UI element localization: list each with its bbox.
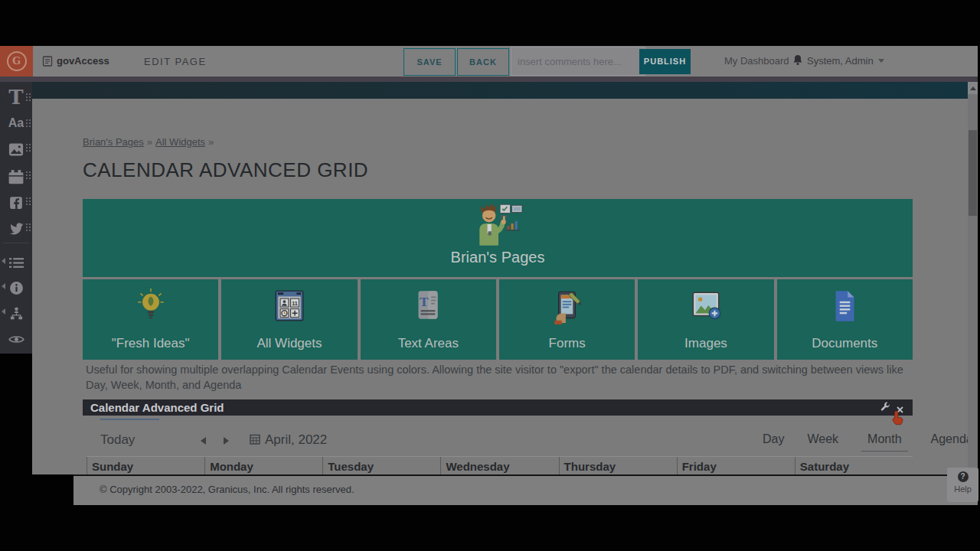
widget-settings-button[interactable] (880, 402, 890, 416)
site-top-band (32, 82, 968, 99)
tile-label: Text Areas (398, 336, 459, 351)
caret-down-icon (878, 59, 884, 63)
view-agenda[interactable]: Agenda (931, 432, 968, 452)
tile-label: Documents (812, 336, 877, 351)
granicus-seal-icon: G (7, 51, 27, 71)
widget-description: Useful for showing multiple overlapping … (86, 363, 903, 393)
list-icon (9, 257, 24, 269)
user-name: System, Admin (807, 55, 874, 67)
day-header-tuesday: Tuesday (322, 457, 440, 474)
widgets-icon: 11 (270, 286, 309, 326)
edit-page-label: EDIT PAGE (144, 56, 207, 67)
drag-handle[interactable] (25, 223, 31, 231)
page-icon (42, 56, 53, 67)
font-icon: Aa (8, 116, 24, 130)
question-mark-icon: ? (958, 471, 969, 482)
notifications-button[interactable] (792, 54, 803, 69)
publish-button[interactable]: PUBLISH (639, 49, 691, 74)
scrollbar-thumb[interactable] (969, 130, 977, 216)
tile-fresh-ideas[interactable]: "Fresh Ideas" (83, 279, 218, 360)
bell-icon (792, 54, 803, 66)
hero-banner: Brian's Pages (83, 199, 913, 277)
widget-sidebar: T Aa (0, 82, 32, 354)
help-button[interactable]: ? Help (947, 468, 978, 502)
tile-text-areas[interactable]: T Text Areas (361, 279, 496, 360)
toolbar-divider (0, 77, 978, 82)
breadcrumb-link-brians-pages[interactable]: Brian's Pages (83, 136, 144, 148)
breadcrumb-separator: » (208, 136, 214, 148)
today-button[interactable]: Today (100, 432, 135, 448)
pointing-hand-cursor (892, 410, 904, 429)
copyright-text: © Copyright 2003-2022, Granicus, Inc. Al… (100, 484, 354, 495)
svg-text:T: T (420, 295, 429, 309)
widget-header-title: Calendar Advanced Grid (90, 399, 224, 416)
drag-handle[interactable] (25, 171, 31, 179)
calendar-grid-icon (250, 434, 260, 448)
day-header-thursday: Thursday (559, 457, 677, 474)
twitter-icon (9, 223, 24, 235)
info-icon (9, 281, 24, 295)
tile-documents[interactable]: Documents (777, 279, 913, 360)
save-button[interactable]: SAVE (403, 48, 456, 76)
user-menu[interactable]: System, Admin (807, 55, 884, 67)
scrollbar-up-button[interactable] (968, 82, 978, 94)
view-week[interactable]: Week (807, 432, 838, 452)
drag-handle[interactable] (25, 119, 31, 127)
granicus-logo[interactable]: G (0, 46, 33, 77)
view-switcher: Day Week Month Agenda (763, 432, 968, 452)
drag-handle[interactable] (25, 143, 31, 152)
tile-forms[interactable]: Forms (499, 279, 635, 360)
text-document-icon: T (409, 286, 447, 326)
view-month[interactable]: Month (861, 432, 907, 452)
my-dashboard-link[interactable]: My Dashboard (724, 55, 789, 67)
wrench-icon (880, 402, 890, 412)
form-tablet-icon (548, 286, 586, 326)
tile-label: Forms (549, 336, 586, 351)
breadcrumb-link-all-widgets[interactable]: All Widgets (155, 136, 205, 148)
day-header-friday: Friday (677, 457, 795, 474)
text-icon: T (8, 87, 23, 107)
tile-row: "Fresh Ideas" 11 (83, 279, 913, 360)
tile-all-widgets[interactable]: 11 All Widgets (221, 279, 357, 360)
tile-label: Images (684, 336, 727, 351)
document-icon (825, 286, 864, 326)
prev-arrow-icon[interactable] (201, 437, 206, 445)
screen: G govAccess EDIT PAGE SAVE BACK PUBLISH … (0, 0, 980, 551)
sidebar-item-sitemap[interactable] (0, 302, 32, 324)
tile-label: "Fresh Ideas" (112, 336, 190, 351)
hero-label: Brian's Pages (451, 249, 545, 266)
sidebar-item-list[interactable] (0, 252, 32, 273)
comment-input[interactable] (511, 47, 645, 76)
next-arrow-icon[interactable] (224, 437, 229, 445)
lightbulb-icon (132, 286, 170, 326)
help-label: Help (954, 484, 972, 494)
tile-label: All Widgets (256, 336, 322, 351)
svg-text:11: 11 (292, 300, 298, 307)
sidebar-divider (3, 243, 29, 243)
view-day[interactable]: Day (763, 432, 784, 452)
day-header-wednesday: Wednesday (440, 457, 558, 474)
calendar-toolbar: Today April, 2022 Day Week Month Agenda (83, 428, 913, 452)
sidebar-item-info[interactable] (0, 277, 32, 298)
tile-images[interactable]: Images (638, 279, 773, 360)
product-home-link[interactable]: govAccess (42, 55, 109, 67)
day-header-saturday: Saturday (795, 457, 913, 474)
drag-handle[interactable] (25, 93, 31, 101)
presenter-illustration (472, 203, 524, 246)
day-header-monday: Monday (204, 457, 322, 474)
sitemap-icon (9, 307, 24, 320)
image-icon (8, 143, 24, 156)
calendar-day-header-row: Sunday Monday Tuesday Wednesday Thursday… (87, 456, 913, 474)
back-button[interactable]: BACK (457, 48, 509, 76)
breadcrumb: Brian's Pages»All Widgets» (83, 136, 217, 148)
content-area: Brian's Pages»All Widgets» CALENDAR ADVA… (32, 82, 968, 474)
breadcrumb-separator: » (147, 136, 152, 148)
widget-link-underline (100, 419, 159, 420)
scroll-up-arrow-icon (970, 86, 976, 90)
sidebar-item-preview[interactable] (0, 328, 32, 350)
drag-handle[interactable] (25, 197, 31, 205)
product-name: govAccess (57, 55, 109, 67)
calendar-icon (8, 170, 24, 184)
current-month-label: April, 2022 (265, 432, 327, 448)
photo-icon (687, 286, 725, 326)
